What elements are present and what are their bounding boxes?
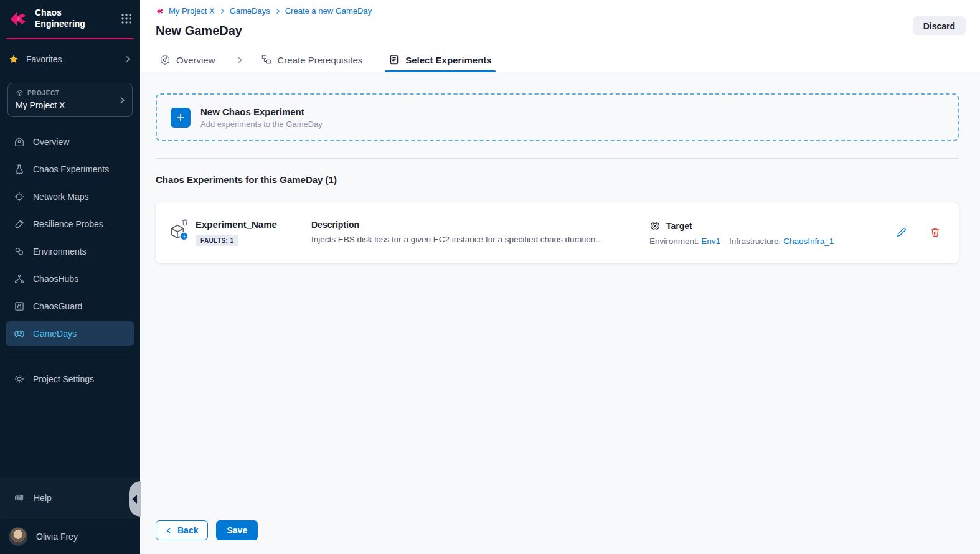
trash-icon — [930, 227, 941, 238]
tab-overview[interactable]: Overview — [156, 48, 219, 72]
description-text: Injects EBS disk loss for a given EC2 in… — [311, 234, 631, 245]
sidebar-divider — [9, 354, 131, 354]
environment-label: Environment: — [649, 237, 699, 246]
help-label: Help — [34, 493, 52, 503]
harness-chaos-logo-icon — [7, 8, 29, 29]
sidebar-item-network-maps[interactable]: Network Maps — [6, 183, 134, 210]
infrastructure-label: Infrastructure: — [729, 237, 781, 246]
target-label: Target — [666, 221, 692, 231]
new-chaos-experiment-dropzone[interactable]: New Chaos Experiment Add experiments to … — [156, 93, 959, 141]
breadcrumb-link-gamedays[interactable]: GameDays — [230, 6, 270, 16]
sidebar: ChaosEngineering Favorites PROJECT My P — [0, 0, 140, 554]
experiment-name: Experiment_Name — [196, 219, 311, 230]
environment-link[interactable]: Env1 — [701, 237, 720, 246]
app-window: ChaosEngineering Favorites PROJECT My P — [0, 0, 980, 554]
tab-select-experiments[interactable]: Select Experiments — [385, 48, 495, 72]
faults-badge: FAULTS: 1 — [196, 235, 238, 246]
sidebar-collapse-handle[interactable] — [129, 481, 141, 517]
svg-text:?: ? — [18, 495, 21, 499]
chaos-module-icon — [156, 7, 164, 16]
brand-accent-line — [6, 38, 134, 39]
page-header: My Project X GameDays Create a new GameD… — [140, 0, 980, 48]
breadcrumb-link-project[interactable]: My Project X — [169, 6, 215, 16]
brand-row: ChaosEngineering — [0, 0, 140, 35]
user-avatar — [9, 527, 27, 546]
main-area: My Project X GameDays Create a new GameD… — [140, 0, 980, 554]
cube-icon — [16, 89, 24, 97]
sidebar-item-resilience-probes[interactable]: Resilience Probes — [6, 210, 134, 238]
guard-lock-icon — [14, 301, 25, 312]
sidebar-item-project-settings[interactable]: Project Settings — [6, 365, 134, 393]
chevron-right-icon — [235, 56, 243, 64]
breadcrumb-separator-icon — [275, 8, 281, 14]
environments-icon — [14, 246, 25, 257]
favorites-label: Favorites — [26, 54, 124, 64]
user-profile-row[interactable]: Olivia Frey — [0, 519, 140, 554]
sidebar-item-gamedays[interactable]: GameDays — [6, 321, 134, 346]
new-experiment-subtitle: Add experiments to the GameDay — [200, 120, 323, 129]
experiment-card: Experiment_Name FAULTS: 1 Description In… — [156, 202, 959, 263]
section-divider — [156, 158, 959, 159]
content-area: New Chaos Experiment Add experiments to … — [140, 72, 980, 554]
discard-button[interactable]: Discard — [913, 16, 966, 35]
experiments-list-heading: Chaos Experiments for this GameDay (1) — [156, 174, 959, 185]
pencil-icon — [896, 227, 907, 238]
star-icon — [9, 54, 19, 64]
project-name: My Project X — [16, 100, 125, 110]
help-button[interactable]: ? Help — [0, 479, 140, 517]
sidebar-item-environments[interactable]: Environments — [6, 238, 134, 265]
sidebar-item-chaoshubs[interactable]: ChaosHubs — [6, 265, 134, 293]
prerequisites-flow-icon — [261, 54, 272, 65]
target-bullseye-icon — [649, 220, 661, 232]
sidebar-item-chaos-experiments[interactable]: Chaos Experiments — [6, 156, 134, 183]
home-icon — [14, 136, 25, 148]
experiments-doc-icon — [389, 54, 400, 65]
favorites-row[interactable]: Favorites — [0, 47, 140, 72]
user-name: Olivia Frey — [36, 532, 78, 542]
description-label: Description — [311, 220, 631, 230]
flask-icon — [14, 164, 25, 175]
sidebar-item-chaosguard[interactable]: ChaosGuard — [6, 293, 134, 320]
overview-gear-hex-icon — [159, 54, 171, 65]
probe-icon — [14, 218, 25, 230]
infrastructure-link[interactable]: ChaosInfra_1 — [783, 237, 834, 246]
breadcrumb: My Project X GameDays Create a new GameD… — [156, 6, 965, 16]
chevron-right-icon — [118, 96, 126, 104]
brand-title: ChaosEngineering — [35, 7, 120, 29]
tab-create-prerequisites[interactable]: Create Prerequisites — [257, 48, 367, 72]
chevron-left-icon — [132, 495, 137, 504]
network-map-icon — [14, 191, 25, 202]
delete-experiment-button[interactable] — [929, 227, 941, 239]
breadcrumb-separator-icon — [219, 8, 225, 14]
experiment-status-badge-icon — [180, 232, 188, 240]
sidebar-nav: Overview Chaos Experiments Network Maps … — [0, 128, 140, 346]
add-experiment-button[interactable] — [171, 108, 191, 128]
sidebar-item-overview[interactable]: Overview — [6, 128, 134, 156]
module-grid-icon[interactable] — [120, 12, 133, 25]
plus-icon — [175, 112, 186, 123]
chevron-left-icon — [166, 527, 172, 534]
gamepad-icon — [14, 328, 25, 339]
back-button[interactable]: Back — [156, 520, 208, 540]
new-experiment-title: New Chaos Experiment — [200, 106, 323, 117]
hub-icon — [14, 273, 25, 284]
wizard-footer: Back Save — [156, 520, 258, 540]
chevron-right-icon — [124, 55, 131, 63]
gear-icon — [14, 373, 25, 385]
breadcrumb-link-create-gameday[interactable]: Create a new GameDay — [285, 6, 372, 16]
project-kicker: PROJECT — [16, 89, 125, 97]
help-chat-icon: ? — [14, 492, 25, 504]
wizard-tabbar: Overview Create Prerequisites — [140, 48, 980, 72]
page-title: New GameDay — [156, 24, 965, 48]
save-button[interactable]: Save — [216, 520, 258, 540]
edit-experiment-button[interactable] — [895, 227, 908, 239]
mini-trash-icon — [181, 218, 189, 226]
project-selector[interactable]: PROJECT My Project X — [7, 83, 133, 117]
